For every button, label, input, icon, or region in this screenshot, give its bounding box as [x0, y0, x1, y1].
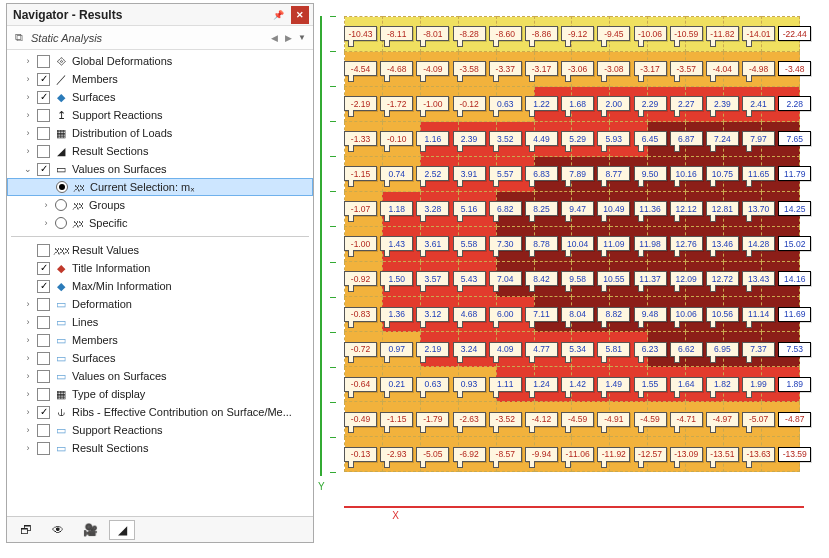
expand-icon[interactable]: › [41, 218, 51, 228]
checkbox[interactable] [37, 244, 50, 257]
checkbox[interactable] [37, 280, 50, 293]
analysis-selector[interactable]: ⧉ Static Analysis ◀ ▶ ▼ [7, 26, 313, 50]
checkbox[interactable] [37, 370, 50, 383]
checkbox[interactable] [37, 127, 50, 140]
tree-item[interactable]: ›▭Values on Surfaces [7, 367, 313, 385]
value-tag: -8.86 [525, 26, 558, 41]
value-tag: 10.04 [561, 236, 594, 251]
expand-icon[interactable]: › [23, 146, 33, 156]
expand-icon[interactable]: › [23, 425, 33, 435]
checkbox[interactable] [37, 55, 50, 68]
tree-item[interactable]: ›↥Support Reactions [7, 106, 313, 124]
expand-icon[interactable]: › [23, 128, 33, 138]
tree-item[interactable]: ›▦Distribution of Loads [7, 124, 313, 142]
value-tag: 7.65 [778, 131, 811, 146]
checkbox[interactable] [37, 388, 50, 401]
expand-icon[interactable]: › [23, 407, 33, 417]
close-button[interactable]: ✕ [291, 6, 309, 24]
value-tag: 11.09 [597, 236, 630, 251]
checkbox[interactable] [37, 442, 50, 455]
value-tag: -22.44 [778, 26, 811, 41]
value-tag: 2.41 [742, 96, 775, 111]
expand-icon[interactable]: › [23, 371, 33, 381]
item-icon: ꭗꭗꭗ [54, 244, 68, 256]
checkbox[interactable] [37, 91, 50, 104]
tree-item[interactable]: ꭗꭗCurrent Selection: mₓ [7, 178, 313, 196]
checkbox[interactable] [37, 334, 50, 347]
tree-item[interactable]: ›▭Surfaces [7, 349, 313, 367]
checkbox[interactable] [37, 163, 50, 176]
item-icon: ◆ [54, 280, 68, 293]
item-label: Lines [72, 316, 309, 328]
expand-icon[interactable]: › [23, 317, 33, 327]
analysis-dropdown-button[interactable]: ▼ [295, 30, 309, 46]
tree-item[interactable]: ›ꭗꭗSpecific [7, 214, 313, 232]
expand-icon[interactable]: › [23, 56, 33, 66]
value-tag: -3.17 [525, 61, 558, 76]
tree-item[interactable]: ›▭Support Reactions [7, 421, 313, 439]
tree-item[interactable]: ›／Members [7, 70, 313, 88]
expand-icon[interactable]: › [23, 110, 33, 120]
checkbox[interactable] [37, 298, 50, 311]
value-tag: 6.45 [634, 131, 667, 146]
value-tag: 0.97 [380, 342, 413, 357]
expand-icon[interactable]: › [23, 389, 33, 399]
tree-item[interactable]: ⌄▭Values on Surfaces [7, 160, 313, 178]
checkbox[interactable] [37, 424, 50, 437]
radio[interactable] [55, 217, 67, 229]
panel-tab[interactable]: 🗗 [13, 520, 39, 540]
tree-item[interactable]: ›◆Surfaces [7, 88, 313, 106]
checkbox[interactable] [37, 316, 50, 329]
value-tag: -4.12 [525, 412, 558, 427]
value-tag: -10.59 [670, 26, 703, 41]
value-tag: 3.12 [416, 307, 449, 322]
checkbox[interactable] [37, 109, 50, 122]
tree-item[interactable]: ◆Max/Min Information [7, 277, 313, 295]
panel-title: Navigator - Results [11, 8, 265, 22]
tree-item[interactable]: ›🞜Global Deformations [7, 52, 313, 70]
value-tag: -4.91 [597, 412, 630, 427]
panel-tab[interactable]: 👁 [45, 520, 71, 540]
expand-icon[interactable]: › [23, 92, 33, 102]
checkbox[interactable] [37, 73, 50, 86]
value-tag: -13.51 [706, 447, 739, 462]
checkbox[interactable] [37, 262, 50, 275]
radio[interactable] [55, 199, 67, 211]
expand-icon[interactable]: › [23, 299, 33, 309]
expand-icon[interactable]: ⌄ [23, 164, 33, 174]
item-icon: ▭ [54, 370, 68, 383]
tree-item[interactable]: ›◢Result Sections [7, 142, 313, 160]
panel-tab[interactable]: 🎥 [77, 520, 103, 540]
tree-item[interactable]: ›ꭗꭗGroups [7, 196, 313, 214]
expand-icon[interactable]: › [41, 200, 51, 210]
item-label: Surfaces [72, 352, 309, 364]
value-tag: 10.49 [597, 201, 630, 216]
tree-item[interactable]: ◆Title Information [7, 259, 313, 277]
tree-item[interactable]: ›▭Lines [7, 313, 313, 331]
tree-item[interactable]: ›▭Deformation [7, 295, 313, 313]
item-label: Current Selection: mₓ [90, 181, 308, 194]
expand-icon[interactable]: › [23, 335, 33, 345]
tree-item[interactable]: ›⫝Ribs - Effective Contribution on Surfa… [7, 403, 313, 421]
tree-item[interactable]: ›▦Type of display [7, 385, 313, 403]
radio[interactable] [56, 181, 68, 193]
value-tag: 6.83 [525, 166, 558, 181]
item-label: Values on Surfaces [72, 370, 309, 382]
tree-item[interactable]: ›▭Members [7, 331, 313, 349]
panel-tab[interactable]: ◢ [109, 520, 135, 540]
checkbox[interactable] [37, 145, 50, 158]
expand-icon[interactable]: › [23, 74, 33, 84]
value-tag: 8.78 [525, 236, 558, 251]
value-tag: 11.98 [634, 236, 667, 251]
tree-item[interactable]: ꭗꭗꭗResult Values [7, 241, 313, 259]
tree-item[interactable]: ›▭Result Sections [7, 439, 313, 457]
checkbox[interactable] [37, 352, 50, 365]
pin-button[interactable]: 📌 [269, 6, 287, 24]
value-tag: -3.57 [670, 61, 703, 76]
expand-icon[interactable]: › [23, 443, 33, 453]
expand-icon[interactable]: › [23, 353, 33, 363]
next-analysis-button[interactable]: ▶ [281, 30, 295, 46]
prev-analysis-button[interactable]: ◀ [267, 30, 281, 46]
checkbox[interactable] [37, 406, 50, 419]
item-icon: ▭ [54, 334, 68, 347]
